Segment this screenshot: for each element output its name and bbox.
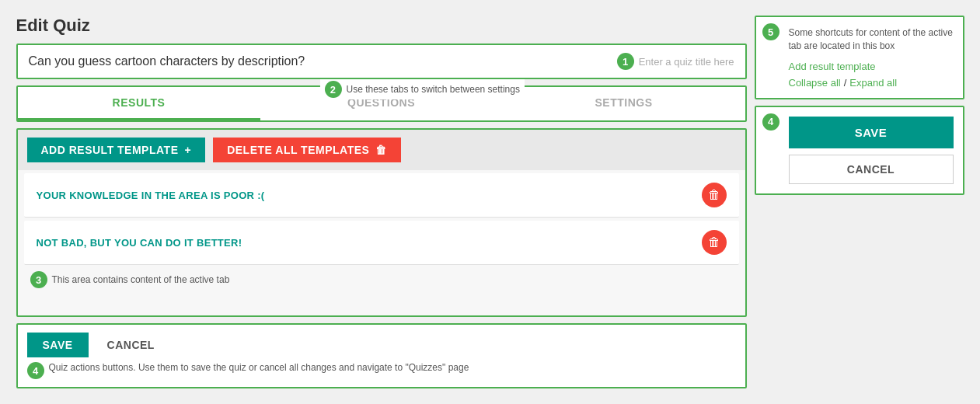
quiz-title-input[interactable] <box>29 54 617 68</box>
delete-template-button-0[interactable]: 🗑 <box>702 183 727 207</box>
quiz-title-hint-text: Enter a quiz title here <box>639 56 734 68</box>
page-title: Edit Quiz <box>16 16 747 36</box>
badge-4-left: 4 <box>27 362 44 379</box>
shortcuts-box: 5 Some shortcuts for content of the acti… <box>755 16 964 99</box>
trash-icon: 🗑 <box>708 235 720 249</box>
separator: / <box>844 77 847 89</box>
template-list: YOUR KNOWLEDGE IN THE AREA IS POOR :( 🗑 … <box>18 170 745 315</box>
save-button-bottom[interactable]: SAVE <box>27 333 89 357</box>
tab-results[interactable]: RESULTS <box>18 87 260 120</box>
bottom-hint-text: Quiz actions buttons. Use them to save t… <box>49 362 469 373</box>
cancel-button-right[interactable]: CANCEL <box>789 155 954 184</box>
table-row: YOUR KNOWLEDGE IN THE AREA IS POOR :( 🗑 <box>24 173 739 218</box>
add-template-label: ADD RESULT TEMPLATE <box>41 144 179 156</box>
badge-5: 5 <box>762 23 779 40</box>
cancel-button-bottom[interactable]: CANCEL <box>95 333 167 357</box>
add-result-template-link[interactable]: Add result template <box>789 61 954 72</box>
trash-icon: 🗑 <box>708 188 720 202</box>
content-toolbar: ADD RESULT TEMPLATE + DELETE ALL TEMPLAT… <box>18 130 745 170</box>
quiz-title-hint: 1 Enter a quiz title here <box>617 53 734 70</box>
expand-all-link[interactable]: Expand all <box>849 77 897 89</box>
plus-icon: + <box>184 144 191 156</box>
bottom-actions: SAVE CANCEL 4 Quiz actions buttons. Use … <box>16 323 747 388</box>
content-area: ADD RESULT TEMPLATE + DELETE ALL TEMPLAT… <box>16 128 747 317</box>
trash-icon: 🗑 <box>375 144 387 156</box>
badge-3: 3 <box>30 271 47 288</box>
collapse-all-link[interactable]: Collapse all <box>789 77 841 89</box>
save-cancel-box: 4 SAVE CANCEL <box>755 106 964 195</box>
tabs-section: 2 Use these tabs to switch between setti… <box>16 85 747 122</box>
tabs-hint: 2 Use these tabs to switch between setti… <box>319 79 524 99</box>
bottom-hint: 4 Quiz actions buttons. Use them to save… <box>27 362 736 379</box>
table-row: NOT BAD, BUT YOU CAN DO IT BETTER! 🗑 <box>24 221 739 265</box>
delete-template-button-1[interactable]: 🗑 <box>702 230 727 255</box>
badge-1: 1 <box>617 53 634 70</box>
bottom-buttons: SAVE CANCEL <box>27 333 736 357</box>
save-button-right[interactable]: SAVE <box>789 117 954 148</box>
content-hint-text: This area contains content of the active… <box>52 274 230 285</box>
badge-2: 2 <box>324 81 341 98</box>
template-text: YOUR KNOWLEDGE IN THE AREA IS POOR :( <box>37 190 265 201</box>
quiz-title-section: 1 Enter a quiz title here <box>16 44 747 79</box>
shortcuts-title: Some shortcuts for content of the active… <box>789 26 954 53</box>
tab-settings[interactable]: SETTINGS <box>503 87 745 120</box>
tabs-hint-text: Use these tabs to switch between setting… <box>346 84 519 95</box>
badge-4-right: 4 <box>762 113 779 131</box>
delete-all-label: DELETE ALL TEMPLATES <box>227 144 369 156</box>
shortcuts-link-row: Collapse all / Expand all <box>789 77 954 89</box>
add-result-template-button[interactable]: ADD RESULT TEMPLATE + <box>27 138 206 162</box>
delete-all-templates-button[interactable]: DELETE ALL TEMPLATES 🗑 <box>213 138 401 162</box>
template-text: NOT BAD, BUT YOU CAN DO IT BETTER! <box>37 237 242 249</box>
